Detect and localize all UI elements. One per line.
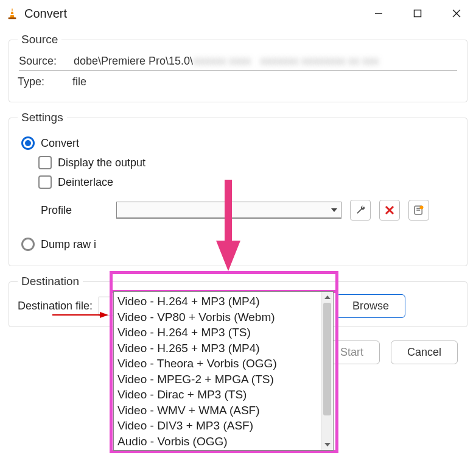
titlebar: Convert [0,0,476,27]
profile-label: Profile [41,204,108,217]
dump-raw-radio[interactable]: Dump raw i [21,238,458,251]
profile-option[interactable]: Audio - Vorbis (OGG) [115,434,320,450]
profile-option[interactable]: Video - H.265 + MP3 (MP4) [115,341,320,356]
settings-legend: Settings [18,111,67,124]
display-output-checkbox[interactable]: Display the output [38,156,458,169]
cancel-button[interactable]: Cancel [391,341,458,364]
svg-point-12 [420,206,424,210]
source-label: Source: [19,55,74,68]
convert-label: Convert [41,137,79,150]
profile-combobox[interactable] [116,202,341,219]
source-group: Source Source: dobe\Premiere Pro\15.0\xx… [9,33,467,102]
vlc-cone-icon [5,6,19,21]
deinterlace-label: Deinterlace [58,176,113,189]
deinterlace-checkbox[interactable]: Deinterlace [38,175,458,189]
profile-option[interactable]: Video - VP80 + Vorbis (Webm) [115,309,320,325]
edit-profile-button[interactable] [350,200,371,221]
scroll-up-button[interactable] [321,292,334,303]
convert-radio[interactable]: Convert [21,136,458,150]
scroll-down-button[interactable] [321,439,334,450]
dump-raw-label: Dump raw i [41,238,96,251]
profile-option[interactable]: Video - DIV3 + MP3 (ASF) [115,418,320,434]
settings-group: Settings Convert Display the output Dein… [9,111,467,266]
svg-rect-0 [11,10,14,12]
profile-option[interactable]: Video - Dirac + MP3 (TS) [115,387,320,403]
dropdown-scrollbar[interactable] [321,292,333,450]
delete-icon [385,205,394,215]
type-label: Type: [18,76,72,88]
new-profile-icon [413,205,424,216]
svg-rect-4 [415,10,421,17]
wrench-icon [355,205,366,216]
type-value: file [72,76,458,88]
source-value: dobe\Premiere Pro\15.0\xxxxxx xxxx xxxxx… [74,55,457,68]
destination-file-label: Destination file: [18,300,93,312]
browse-button[interactable]: Browse [336,294,405,318]
display-output-label: Display the output [58,157,145,169]
profile-option[interactable]: Video - WMV + WMA (ASF) [115,403,320,418]
profile-option[interactable]: Video - H.264 + MP3 (MP4) [115,294,320,309]
scroll-thumb[interactable] [323,303,331,415]
svg-rect-1 [10,14,14,15]
profile-option[interactable]: Video - MPEG-2 + MPGA (TS) [115,372,320,387]
minimize-button[interactable] [359,0,398,27]
svg-rect-2 [9,17,16,19]
profile-option[interactable]: Video - H.264 + MP3 (TS) [115,325,320,341]
window-title: Convert [24,7,67,21]
delete-profile-button[interactable] [379,200,400,221]
close-button[interactable] [437,0,476,27]
new-profile-button[interactable] [408,200,429,221]
chevron-down-icon [331,208,337,212]
source-legend: Source [18,33,61,46]
profile-dropdown-list[interactable]: Video - H.264 + MP3 (MP4) Video - VP80 +… [113,291,334,451]
profile-option[interactable]: Video - Theora + Vorbis (OGG) [115,356,320,372]
destination-legend: Destination [18,275,83,288]
maximize-button[interactable] [398,0,437,27]
